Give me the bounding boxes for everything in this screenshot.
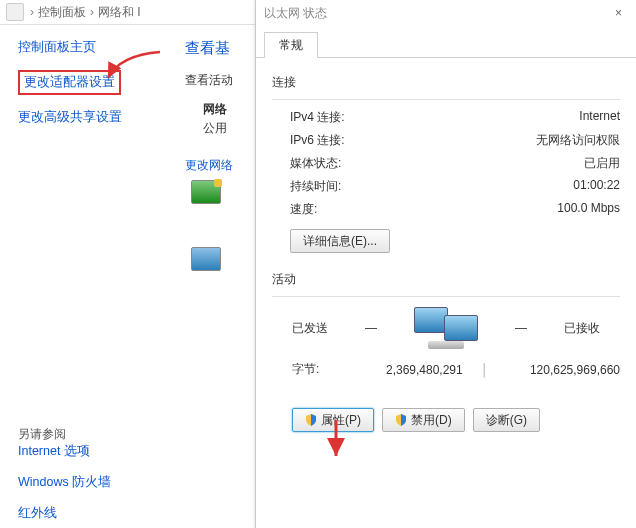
shield-icon [305, 414, 317, 426]
diagnose-button-label: 诊断(G) [486, 412, 527, 429]
sent-label: 已发送 [292, 320, 328, 337]
bytes-recv-value: 120,625,969,660 [506, 363, 620, 377]
row-duration-value: 01:00:22 [573, 178, 620, 195]
network-label: 网络 [185, 101, 245, 118]
row-ipv4-value: Internet [579, 109, 620, 126]
main-panel-cut: 查看基 查看活动 网络 公用 更改网络 [185, 25, 245, 528]
diagnose-button[interactable]: 诊断(G) [473, 408, 540, 432]
dialog-title: 以太网 状态 [264, 5, 327, 22]
properties-button-label: 属性(P) [321, 412, 361, 429]
sidebar-internet-options[interactable]: Internet 选项 [18, 443, 185, 460]
adapter-icon-2[interactable] [191, 247, 221, 271]
section-active: 查看活动 [185, 72, 245, 89]
crumb-network[interactable]: 网络和 I [98, 4, 141, 21]
see-also-header: 另请参阅 [18, 426, 185, 443]
bytes-sent-value: 2,369,480,291 [349, 363, 463, 377]
sidebar-adv-sharing[interactable]: 更改高级共享设置 [18, 109, 185, 126]
ethernet-status-dialog: 以太网 状态 × 常规 连接 IPv4 连接:Internet IPv6 连接:… [255, 0, 636, 528]
sidebar-infrared[interactable]: 红外线 [18, 505, 185, 522]
network-public: 公用 [185, 120, 245, 137]
tab-bar: 常规 [256, 27, 636, 58]
row-duration-label: 持续时间: [290, 178, 341, 195]
change-network: 更改网络 [185, 157, 245, 174]
bytes-divider: │ [481, 363, 489, 377]
sidebar-home[interactable]: 控制面板主页 [18, 39, 185, 56]
row-ipv4-label: IPv4 连接: [290, 109, 345, 126]
disable-button[interactable]: 禁用(D) [382, 408, 465, 432]
close-icon[interactable]: × [609, 6, 628, 20]
tab-general[interactable]: 常规 [264, 32, 318, 58]
row-ipv6-value: 无网络访问权限 [536, 132, 620, 149]
sidebar: 控制面板主页 更改适配器设置 更改高级共享设置 另请参阅 Internet 选项… [0, 25, 185, 528]
section-connection: 连接 [272, 74, 620, 91]
crumb-sep-2: › [90, 5, 94, 19]
shield-icon-2 [395, 414, 407, 426]
activity-monitors-icon [414, 307, 478, 349]
row-ipv6-label: IPv6 连接: [290, 132, 345, 149]
recv-label: 已接收 [564, 320, 600, 337]
nav-up-icon[interactable] [6, 3, 24, 21]
sidebar-firewall[interactable]: Windows 防火墙 [18, 474, 185, 491]
disable-button-label: 禁用(D) [411, 412, 452, 429]
page-title: 查看基 [185, 39, 245, 58]
adapter-icon[interactable] [191, 180, 221, 204]
row-media-value: 已启用 [584, 155, 620, 172]
bytes-label: 字节: [292, 361, 349, 378]
section-activity: 活动 [272, 271, 620, 288]
row-speed-label: 速度: [290, 201, 317, 218]
row-media-label: 媒体状态: [290, 155, 341, 172]
sidebar-adapter-settings[interactable]: 更改适配器设置 [18, 70, 121, 95]
properties-button[interactable]: 属性(P) [292, 408, 374, 432]
row-speed-value: 100.0 Mbps [557, 201, 620, 218]
crumb-sep: › [30, 5, 34, 19]
details-button[interactable]: 详细信息(E)... [290, 229, 390, 253]
crumb-home[interactable]: 控制面板 [38, 4, 86, 21]
